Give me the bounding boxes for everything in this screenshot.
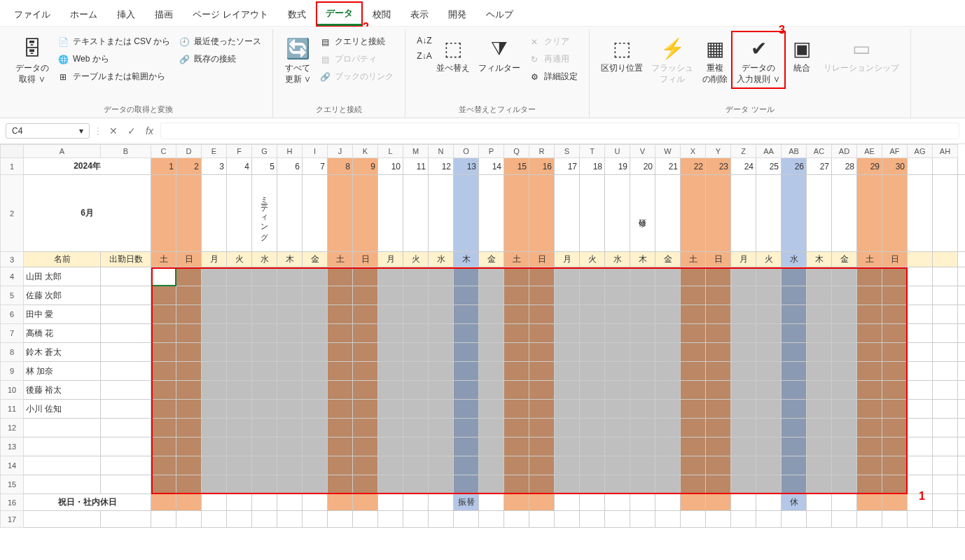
cell[interactable] [555,343,580,362]
cell[interactable] [832,324,857,343]
column-header[interactable]: G [252,144,277,158]
cell[interactable] [24,456,101,475]
cell[interactable] [151,456,176,475]
cell[interactable] [277,419,303,438]
cell[interactable]: 29 [857,158,882,175]
cell[interactable] [176,343,202,362]
cell[interactable]: 木 [277,252,303,267]
cell[interactable] [882,494,908,511]
cell[interactable]: 祝日・社内休日 [24,494,151,511]
cell[interactable]: 日 [706,252,731,267]
cell[interactable] [605,511,630,528]
column-header[interactable]: AD [832,144,857,158]
data-validation-button[interactable]: ✔データの 入力規則 ∨ [733,32,784,88]
cell[interactable] [908,252,933,267]
cell[interactable] [529,324,555,343]
cell[interactable] [277,286,303,305]
cell[interactable] [958,400,965,419]
cell[interactable] [303,267,328,286]
cell[interactable] [303,343,328,362]
cell[interactable] [277,362,303,381]
column-header[interactable]: P [479,144,504,158]
cell[interactable] [605,438,630,456]
cell[interactable] [555,494,580,511]
cell[interactable] [882,475,908,494]
cell[interactable] [328,267,353,286]
cell[interactable]: 水 [605,252,630,267]
cell[interactable] [202,305,227,324]
cell[interactable] [832,286,857,305]
menu-tab[interactable]: 開発 [440,4,475,25]
cell[interactable] [429,267,454,286]
cell[interactable] [454,400,479,419]
column-header[interactable]: N [429,144,454,158]
cell[interactable] [328,438,353,456]
cell[interactable] [176,381,202,400]
ribbon-button[interactable]: 🗄データの 取得 ∨ [11,32,53,88]
cell[interactable] [328,475,353,494]
cell[interactable] [782,419,807,438]
cell[interactable] [857,400,882,419]
cell[interactable] [277,475,303,494]
cell[interactable] [756,305,782,324]
cell[interactable] [227,400,252,419]
cell[interactable] [706,362,731,381]
cell[interactable] [529,343,555,362]
column-header[interactable]: M [403,144,429,158]
cell[interactable] [353,286,378,305]
cell[interactable] [429,305,454,324]
cell[interactable] [630,511,655,528]
column-header[interactable]: AB [782,144,807,158]
cell[interactable] [731,438,756,456]
cell[interactable] [403,456,429,475]
cell[interactable] [479,438,504,456]
row-header[interactable]: 6 [0,305,24,324]
cell[interactable] [933,381,958,400]
cell[interactable] [403,175,429,252]
cell[interactable] [756,456,782,475]
cell[interactable] [958,324,965,343]
cell[interactable] [857,305,882,324]
cell[interactable] [454,456,479,475]
cell[interactable] [479,400,504,419]
cell[interactable] [202,362,227,381]
cell[interactable] [807,267,832,286]
cell[interactable] [479,305,504,324]
row-header[interactable]: 4 [0,267,24,286]
cell[interactable] [378,475,403,494]
column-header[interactable]: U [605,144,630,158]
cell[interactable]: 12 [429,158,454,175]
cell[interactable] [303,305,328,324]
cell[interactable] [328,511,353,528]
cell[interactable] [807,343,832,362]
column-header[interactable]: Q [504,144,529,158]
cell[interactable] [882,419,908,438]
cell[interactable] [933,438,958,456]
cell[interactable] [277,381,303,400]
cell[interactable] [756,419,782,438]
cell[interactable] [202,511,227,528]
cell[interactable] [429,175,454,252]
cell[interactable] [605,305,630,324]
column-header[interactable]: X [681,144,706,158]
cell[interactable] [454,305,479,324]
cell[interactable] [681,494,706,511]
cell[interactable] [756,400,782,419]
cell[interactable] [882,324,908,343]
cell[interactable] [933,305,958,324]
cell[interactable] [756,343,782,362]
cell[interactable] [378,494,403,511]
cell[interactable]: 林 加奈 [24,362,101,381]
cell[interactable] [252,400,277,419]
cell[interactable]: 4 [227,158,252,175]
cell[interactable] [908,305,933,324]
cell[interactable] [555,475,580,494]
cell[interactable] [908,511,933,528]
cell[interactable] [630,419,655,438]
cell[interactable] [101,400,151,419]
menu-tab[interactable]: 描画 [146,4,181,25]
row-header[interactable]: 14 [0,456,24,475]
fx-icon[interactable]: fx [143,125,156,136]
cell[interactable] [605,286,630,305]
cell[interactable] [403,286,429,305]
